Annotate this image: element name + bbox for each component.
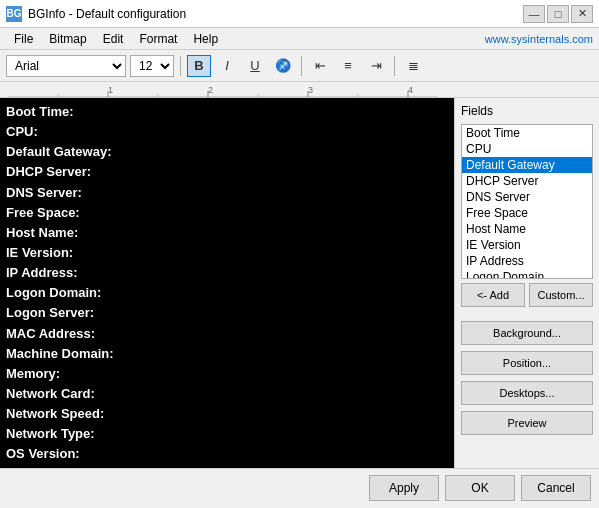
list-item[interactable]: Free Space [462,205,592,221]
table-row: Logon Domain: [6,283,448,303]
row-label: Memory: [6,364,161,384]
editor-area[interactable]: Boot Time:CPU:Default Gateway:DHCP Serve… [0,98,454,468]
italic-button[interactable]: I [215,55,239,77]
list-item[interactable]: Host Name [462,221,592,237]
row-label: Machine Domain: [6,344,161,364]
toolbar-separator-1 [180,56,181,76]
row-label: DNS Server: [6,183,161,203]
menu-file[interactable]: File [6,30,41,48]
row-label: CPU: [6,122,161,142]
list-item[interactable]: DHCP Server [462,173,592,189]
table-row: MAC Address: [6,324,448,344]
menu-bitmap[interactable]: Bitmap [41,30,94,48]
menu-format[interactable]: Format [131,30,185,48]
window-controls: — □ ✕ [523,5,593,23]
svg-text:2: 2 [208,85,213,95]
custom-button[interactable]: Custom... [529,283,593,307]
minimize-button[interactable]: — [523,5,545,23]
menu-edit[interactable]: Edit [95,30,132,48]
table-row: Network Speed: [6,404,448,424]
table-row: DNS Server: [6,183,448,203]
svg-text:3: 3 [308,85,313,95]
table-row: IP Address: [6,263,448,283]
underline-button[interactable]: U [243,55,267,77]
row-label: Network Card: [6,384,161,404]
list-item[interactable]: IE Version [462,237,592,253]
background-button[interactable]: Background... [461,321,593,345]
table-row: CPU: [6,122,448,142]
fields-list[interactable]: Boot TimeCPUDefault GatewayDHCP ServerDN… [461,124,593,279]
toolbar-separator-3 [394,56,395,76]
list-item[interactable]: CPU [462,141,592,157]
row-label: IP Address: [6,263,161,283]
table-row: Free Space: [6,203,448,223]
fields-label: Fields [461,104,593,118]
add-custom-row: <- Add Custom... [461,283,593,307]
sysinternals-link[interactable]: www.sysinternals.com [485,33,593,45]
table-row: OS Version: [6,444,448,464]
table-row: Host Name: [6,223,448,243]
table-row: Default Gateway: [6,142,448,162]
cancel-button[interactable]: Cancel [521,475,591,501]
ruler-svg: 1 2 3 4 [8,82,449,97]
row-label: IE Version: [6,243,161,263]
right-panel: Fields Boot TimeCPUDefault GatewayDHCP S… [454,98,599,468]
ruler: 1 2 3 4 [0,82,599,98]
main-area: Boot Time:CPU:Default Gateway:DHCP Serve… [0,98,599,468]
apply-button[interactable]: Apply [369,475,439,501]
row-label: Logon Domain: [6,283,161,303]
bottom-bar: Apply OK Cancel [0,468,599,506]
table-row: Service Pack: [6,465,448,468]
row-label: Host Name: [6,223,161,243]
list-item[interactable]: IP Address [462,253,592,269]
close-button[interactable]: ✕ [571,5,593,23]
svg-text:1: 1 [108,85,113,95]
maximize-button[interactable]: □ [547,5,569,23]
row-label: Logon Server: [6,303,161,323]
list-button[interactable]: ≣ [401,55,425,77]
table-row: Network Type: [6,424,448,444]
preview-button[interactable]: Preview [461,411,593,435]
table-row: Machine Domain: [6,344,448,364]
row-label: Network Type: [6,424,161,444]
ok-button[interactable]: OK [445,475,515,501]
row-label: Service Pack: [6,465,161,468]
align-left-button[interactable]: ⇤ [308,55,332,77]
table-row: Network Card: [6,384,448,404]
menu-items: File Bitmap Edit Format Help [6,30,226,48]
list-item[interactable]: DNS Server [462,189,592,205]
svg-text:4: 4 [408,85,413,95]
ruler-inner: 1 2 3 4 [8,82,449,97]
row-label: OS Version: [6,444,161,464]
align-right-button[interactable]: ⇥ [364,55,388,77]
row-label: Free Space: [6,203,161,223]
table-row: Memory: [6,364,448,384]
list-item[interactable]: Boot Time [462,125,592,141]
row-label: Default Gateway: [6,142,161,162]
row-label: DHCP Server: [6,162,161,182]
desktops-button[interactable]: Desktops... [461,381,593,405]
bold-button[interactable]: B [187,55,211,77]
list-item[interactable]: Default Gateway [462,157,592,173]
row-label: Network Speed: [6,404,161,424]
list-item[interactable]: Logon Domain [462,269,592,279]
font-select[interactable]: Arial [6,55,126,77]
align-center-button[interactable]: ≡ [336,55,360,77]
table-row: DHCP Server: [6,162,448,182]
table-row: Logon Server: [6,303,448,323]
add-button[interactable]: <- Add [461,283,525,307]
app-icon: BG [6,6,22,22]
table-row: IE Version: [6,243,448,263]
menu-help[interactable]: Help [185,30,226,48]
size-select[interactable]: 12 [130,55,174,77]
menu-bar: File Bitmap Edit Format Help www.sysinte… [0,28,599,50]
toolbar-separator-2 [301,56,302,76]
row-label: Boot Time: [6,102,161,122]
title-bar: BG BGInfo - Default configuration — □ ✕ [0,0,599,28]
table-row: Boot Time: [6,102,448,122]
title-text: BGInfo - Default configuration [28,7,186,21]
row-label: MAC Address: [6,324,161,344]
shadow-button[interactable]: ♐ [271,55,295,77]
toolbar: Arial 12 B I U ♐ ⇤ ≡ ⇥ ≣ [0,50,599,82]
position-button[interactable]: Position... [461,351,593,375]
